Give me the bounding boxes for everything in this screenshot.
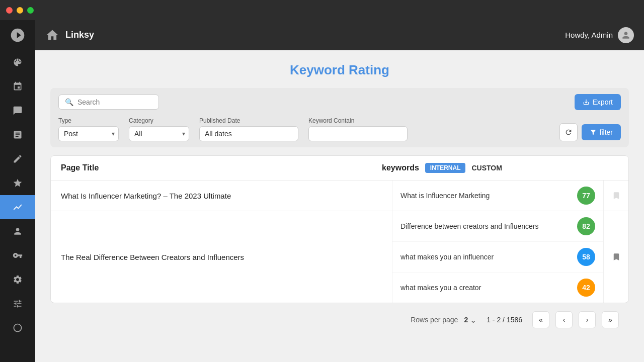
keyword-text: Difference between creators and Influenc… [400, 222, 571, 230]
close-dot[interactable] [6, 7, 13, 14]
type-select[interactable]: Post Page [58, 126, 119, 141]
keywords-cell: What is Influencer Marketing 77 [392, 180, 603, 211]
type-label: Type [58, 117, 119, 124]
wp-logo[interactable] [0, 20, 35, 50]
col-header-keywords: keywords INTERNAL CUSTOM [382, 163, 593, 173]
sidebar-item-key[interactable] [0, 243, 35, 267]
site-name: Linksy [65, 30, 559, 40]
avatar [618, 27, 634, 43]
filter-icon [590, 129, 597, 136]
page-title-cell: What Is Influencer Marketing? – The 2023… [51, 180, 392, 211]
keyword-text: What is Influencer Marketing [400, 192, 571, 200]
greeting-text: Howdy, Admin [565, 31, 613, 39]
keyword-entry: Difference between creators and Influenc… [392, 211, 603, 242]
published-date-label: Published Date [199, 117, 298, 124]
sidebar-item-pages[interactable] [0, 123, 35, 147]
filter-row-options: Type Post Page Category All [58, 117, 621, 141]
bookmark-icon [612, 191, 621, 200]
category-select[interactable]: All [129, 126, 189, 141]
search-icon: 🔍 [65, 98, 73, 106]
category-select-wrapper: All [129, 126, 189, 141]
next-page-button[interactable]: › [579, 311, 596, 328]
score-badge: 77 [577, 187, 595, 205]
sidebar-item-filter-settings[interactable] [0, 292, 35, 316]
filter-category: Category All [129, 117, 189, 141]
filter-bar: 🔍 Export Type Post Page [50, 88, 629, 147]
sidebar-item-palette[interactable] [0, 50, 35, 74]
score-badge: 58 [577, 248, 595, 266]
prev-page-button[interactable]: ‹ [555, 311, 573, 328]
filter-button[interactable]: filter [582, 124, 621, 140]
refresh-icon [565, 128, 573, 136]
content-area: Keyword Rating 🔍 Export Type [35, 50, 644, 362]
col-header-page-title: Page Title [61, 163, 382, 172]
app: Linksy Howdy, Admin Keyword Rating 🔍 [0, 20, 644, 362]
rows-per-page-label: Rows per page [411, 316, 458, 324]
custom-badge[interactable]: CUSTOM [471, 164, 502, 172]
keyword-entry: What is Influencer Marketing 77 [392, 180, 603, 211]
type-select-wrapper: Post Page [58, 126, 119, 141]
main-area: Linksy Howdy, Admin Keyword Rating 🔍 [35, 20, 644, 362]
minimize-dot[interactable] [17, 7, 23, 14]
filter-actions: filter [559, 123, 621, 141]
page-info: 1 - 2 / 1586 [487, 316, 522, 324]
sidebar-item-user[interactable] [0, 219, 35, 243]
keywords-label: keywords [382, 163, 419, 172]
internal-badge[interactable]: INTERNAL [425, 163, 466, 173]
maximize-dot[interactable] [27, 7, 34, 14]
filter-keyword-contain: Keyword Contain [308, 117, 408, 141]
sidebar-item-circle[interactable] [0, 316, 35, 340]
chevron-down-icon: ⌄ [470, 315, 476, 325]
keyword-contain-label: Keyword Contain [308, 117, 408, 124]
export-icon [583, 99, 590, 106]
pagination: Rows per page 2 ⌄ 1 - 2 / 1586 « ‹ › » [50, 303, 629, 336]
wp-logo-icon [10, 27, 26, 43]
category-label: Category [129, 117, 189, 124]
bookmark-filled-icon [612, 252, 621, 261]
search-input[interactable] [77, 98, 138, 106]
table-row: The Real Difference Between Creators and… [51, 211, 628, 303]
table-row: What Is Influencer Marketing? – The 2023… [51, 180, 628, 211]
page-title: Keyword Rating [50, 62, 629, 78]
keyword-text: what makes you a creator [400, 284, 571, 292]
row-action-button[interactable] [603, 180, 628, 211]
table-header: Page Title keywords INTERNAL CUSTOM [51, 156, 628, 180]
sidebar-item-pin[interactable] [0, 74, 35, 99]
row-action-button[interactable] [603, 211, 628, 303]
keyword-contain-input[interactable] [308, 126, 408, 141]
score-badge: 42 [577, 279, 595, 297]
filter-type: Type Post Page [58, 117, 119, 141]
keywords-table: Page Title keywords INTERNAL CUSTOM What… [50, 155, 629, 303]
page-title-text: What Is Influencer Marketing? – The 2023… [61, 192, 231, 200]
filter-published-date: Published Date [199, 117, 298, 141]
sidebar-item-settings[interactable] [0, 267, 35, 292]
rows-per-page-selector[interactable]: 2 ⌄ [464, 315, 476, 325]
sidebar-item-chat[interactable] [0, 99, 35, 123]
adminbar: Linksy Howdy, Admin [35, 20, 644, 50]
page-title-text: The Real Difference Between Creators and… [61, 253, 244, 261]
wp-sidebar [0, 20, 35, 362]
filter-row-search: 🔍 Export [58, 94, 621, 110]
keyword-text: what makes you an influencer [400, 253, 571, 261]
score-badge: 82 [577, 217, 595, 235]
sidebar-item-edit[interactable] [0, 147, 35, 171]
home-icon [45, 28, 59, 42]
rows-per-page-value: 2 [464, 316, 468, 324]
refresh-button[interactable] [559, 123, 578, 141]
admin-user: Howdy, Admin [565, 27, 634, 43]
search-box: 🔍 [58, 95, 159, 110]
page-title-cell: The Real Difference Between Creators and… [51, 211, 392, 303]
sidebar-item-chart[interactable] [0, 195, 35, 219]
keyword-entry: what makes you a creator 42 [392, 273, 603, 303]
published-date-input[interactable] [199, 126, 298, 141]
keyword-entry: what makes you an influencer 58 [392, 242, 603, 273]
titlebar [0, 0, 644, 20]
keywords-cell: Difference between creators and Influenc… [392, 211, 603, 303]
export-button[interactable]: Export [575, 94, 621, 110]
last-page-button[interactable]: » [602, 311, 619, 328]
sidebar-item-star[interactable] [0, 171, 35, 195]
first-page-button[interactable]: « [532, 311, 549, 328]
filter-btn-label: filter [600, 128, 613, 136]
